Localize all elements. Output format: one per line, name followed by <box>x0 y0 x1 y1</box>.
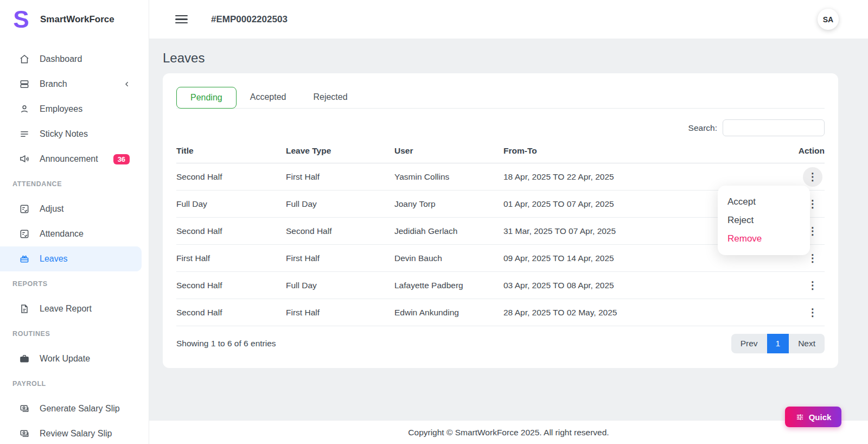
table-row: Second Half Full Day Lafayette Padberg 0… <box>176 272 825 299</box>
sidebar-section-attendance: ATTENDANCE <box>0 172 149 196</box>
kebab-icon: ⋮ <box>808 280 818 290</box>
menu-item-reject[interactable]: Reject <box>718 211 810 230</box>
review-salary-slip-icon <box>19 428 30 439</box>
tab-rejected[interactable]: Rejected <box>299 87 361 107</box>
leave-status-tabs: Pending Accepted Rejected <box>176 87 825 109</box>
quick-button[interactable]: Quick <box>785 407 841 427</box>
search-label: Search: <box>688 123 717 133</box>
leave-report-icon <box>19 303 30 314</box>
column-header-user: User <box>394 139 503 163</box>
sidebar-nav: Dashboard Branch Employees Sticky Notes … <box>0 47 149 444</box>
sidebar-item-review-salary-slip[interactable]: Review Salary Slip <box>0 421 149 444</box>
cell-leave-type: Full Day <box>286 272 394 299</box>
column-header-action: Action <box>776 139 825 163</box>
sidebar-item-label: Work Update <box>40 354 90 364</box>
sidebar-item-attendance[interactable]: Attendance <box>0 221 149 246</box>
generate-salary-slip-icon <box>19 403 30 414</box>
menu-item-remove[interactable]: Remove <box>718 230 810 248</box>
cell-title: Full Day <box>176 191 286 218</box>
quick-button-label: Quick <box>809 413 832 422</box>
sidebar-item-dashboard[interactable]: Dashboard <box>0 47 149 72</box>
leaves-card: Pending Accepted Rejected Search: Title … <box>163 73 838 368</box>
entries-summary: Showing 1 to 6 of 6 entries <box>176 339 276 348</box>
table-footer: Showing 1 to 6 of 6 entries Prev 1 Next <box>176 334 825 353</box>
cell-title: Second Half <box>176 163 286 191</box>
cell-from-to: 28 Apr, 2025 TO 02 May, 2025 <box>503 299 776 326</box>
tab-accepted[interactable]: Accepted <box>237 87 300 107</box>
column-header-from-to: From-To <box>503 139 776 163</box>
row-action-menu: Accept Reject Remove <box>718 186 810 255</box>
row-actions-button[interactable]: ⋮ <box>803 276 822 295</box>
work-update-icon <box>19 353 30 364</box>
cell-user: Edwin Ankunding <box>394 299 503 326</box>
search-input[interactable] <box>723 119 825 136</box>
app-name: SmartWorkForce <box>40 14 114 25</box>
sidebar-item-generate-salary-slip[interactable]: Generate Salary Slip <box>0 396 149 421</box>
menu-item-accept[interactable]: Accept <box>718 193 810 211</box>
sidebar-item-label: Leave Report <box>40 304 92 314</box>
sidebar-section-routines: ROUTINES <box>0 321 149 346</box>
cell-user: Yasmin Collins <box>394 163 503 191</box>
announcement-icon <box>19 154 30 164</box>
sidebar-item-sticky-notes[interactable]: Sticky Notes <box>0 122 149 147</box>
sidebar-item-work-update[interactable]: Work Update <box>0 346 149 371</box>
main-content: Leaves Pending Accepted Rejected Search:… <box>149 39 868 421</box>
page-title: Leaves <box>163 50 868 66</box>
cell-leave-type: First Half <box>286 163 394 191</box>
row-actions-button[interactable]: ⋮ <box>803 167 822 187</box>
sidebar-section-reports: REPORTS <box>0 271 149 296</box>
sidebar-item-label: Announcement <box>40 154 98 164</box>
cell-leave-type: Second Half <box>286 218 394 245</box>
app-logo-icon: S <box>9 8 34 31</box>
cell-title: First Half <box>176 245 286 272</box>
sidebar-item-label: Dashboard <box>40 54 82 64</box>
sidebar-item-label: Sticky Notes <box>40 129 88 139</box>
sidebar-section-payroll: PAYROLL <box>0 371 149 396</box>
cell-leave-type: Full Day <box>286 191 394 218</box>
search-row: Search: <box>176 119 825 136</box>
menu-toggle-icon[interactable] <box>175 13 188 26</box>
sidebar-item-announcement[interactable]: Announcement 36 <box>0 147 149 172</box>
sliders-icon <box>795 413 805 422</box>
cell-from-to: 03 Apr, 2025 TO 08 Apr, 2025 <box>503 272 776 299</box>
sidebar-item-label: Generate Salary Slip <box>40 404 120 414</box>
sidebar-item-label: Leaves <box>40 254 68 264</box>
employee-id: #EMP0002202503 <box>211 14 288 25</box>
sidebar-item-employees[interactable]: Employees <box>0 97 149 122</box>
branch-icon <box>19 79 30 90</box>
home-icon <box>19 54 30 65</box>
sidebar-item-branch[interactable]: Branch <box>0 72 149 97</box>
sticky-notes-icon <box>19 129 30 139</box>
avatar[interactable]: SA <box>818 9 839 30</box>
table-header-row: Title Leave Type User From-To Action <box>176 139 825 163</box>
cell-user: Devin Bauch <box>394 245 503 272</box>
cell-user: Lafayette Padberg <box>394 272 503 299</box>
sidebar-item-label: Employees <box>40 104 82 114</box>
next-page-button[interactable]: Next <box>789 334 825 353</box>
chevron-left-icon[interactable] <box>122 80 132 88</box>
kebab-icon: ⋮ <box>808 307 818 318</box>
cell-user: Jedidiah Gerlach <box>394 218 503 245</box>
column-header-leave-type: Leave Type <box>286 139 394 163</box>
adjust-icon <box>19 204 30 214</box>
tab-pending[interactable]: Pending <box>176 87 237 109</box>
cell-leave-type: First Half <box>286 245 394 272</box>
sidebar-item-label: Adjust <box>40 204 63 214</box>
sidebar-item-leave-report[interactable]: Leave Report <box>0 296 149 321</box>
sidebar-item-label: Attendance <box>40 229 84 239</box>
sidebar-item-adjust[interactable]: Adjust <box>0 196 149 221</box>
sidebar: S SmartWorkForce Dashboard Branch Employ… <box>0 0 149 444</box>
table-row: Second Half First Half Edwin Ankunding 2… <box>176 299 825 326</box>
attendance-icon <box>19 229 30 239</box>
prev-page-button[interactable]: Prev <box>731 334 767 353</box>
sidebar-item-label: Review Salary Slip <box>40 429 112 439</box>
cell-user: Joany Torp <box>394 191 503 218</box>
pagination: Prev 1 Next <box>731 334 825 353</box>
kebab-icon: ⋮ <box>808 172 818 182</box>
employees-icon <box>19 104 30 115</box>
row-actions-button[interactable]: ⋮ <box>803 303 822 322</box>
page-number-button[interactable]: 1 <box>767 334 789 353</box>
app-logo[interactable]: S SmartWorkForce <box>0 0 149 39</box>
sidebar-item-leaves[interactable]: Leaves <box>0 246 142 271</box>
cell-leave-type: First Half <box>286 299 394 326</box>
